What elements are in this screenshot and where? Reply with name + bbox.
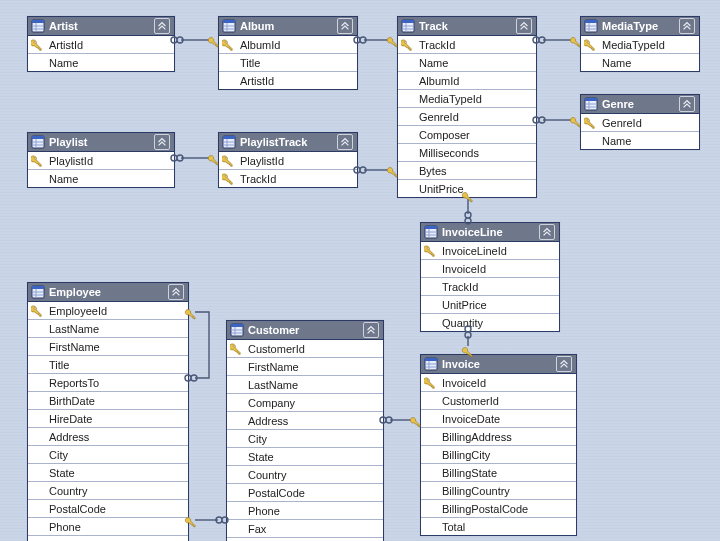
- column-postalcode[interactable]: PostalCode: [28, 499, 188, 517]
- column-genreid[interactable]: GenreId: [581, 114, 699, 131]
- collapse-icon[interactable]: [168, 284, 184, 300]
- collapse-icon[interactable]: [679, 96, 695, 112]
- column-fax[interactable]: Fax: [227, 519, 383, 537]
- column-address[interactable]: Address: [227, 411, 383, 429]
- column-lastname[interactable]: LastName: [28, 319, 188, 337]
- column-reportsto[interactable]: ReportsTo: [28, 373, 188, 391]
- column-name[interactable]: Name: [398, 53, 536, 71]
- collapse-icon[interactable]: [337, 18, 353, 34]
- column-name[interactable]: Name: [581, 53, 699, 71]
- table-header[interactable]: MediaType: [581, 17, 699, 36]
- column-invoicelineid[interactable]: InvoiceLineId: [421, 242, 559, 259]
- column-name[interactable]: Name: [28, 53, 174, 71]
- column-email[interactable]: Email: [227, 537, 383, 541]
- key-slot: [401, 146, 415, 160]
- column-name[interactable]: Name: [581, 131, 699, 149]
- collapse-icon[interactable]: [363, 322, 379, 338]
- column-mediatypeid[interactable]: MediaTypeId: [398, 89, 536, 107]
- table-playlisttrack[interactable]: PlaylistTrackPlaylistIdTrackId: [218, 132, 358, 188]
- column-unitprice[interactable]: UnitPrice: [398, 179, 536, 197]
- collapse-icon[interactable]: [556, 356, 572, 372]
- collapse-icon[interactable]: [516, 18, 532, 34]
- table-artist[interactable]: ArtistArtistIdName: [27, 16, 175, 72]
- column-country[interactable]: Country: [28, 481, 188, 499]
- column-mediatypeid[interactable]: MediaTypeId: [581, 36, 699, 53]
- table-customer[interactable]: CustomerCustomerIdFirstNameLastNameCompa…: [226, 320, 384, 541]
- column-postalcode[interactable]: PostalCode: [227, 483, 383, 501]
- column-bytes[interactable]: Bytes: [398, 161, 536, 179]
- column-artistid[interactable]: ArtistId: [28, 36, 174, 53]
- column-country[interactable]: Country: [227, 465, 383, 483]
- column-name: TrackId: [240, 173, 276, 185]
- column-city[interactable]: City: [28, 445, 188, 463]
- column-trackid[interactable]: TrackId: [421, 277, 559, 295]
- column-invoiceid[interactable]: InvoiceId: [421, 374, 576, 391]
- column-employeeid[interactable]: EmployeeId: [28, 302, 188, 319]
- column-fax[interactable]: Fax: [28, 535, 188, 541]
- table-title: Artist: [49, 20, 150, 32]
- table-header[interactable]: Genre: [581, 95, 699, 114]
- column-albumid[interactable]: AlbumId: [398, 71, 536, 89]
- column-phone[interactable]: Phone: [227, 501, 383, 519]
- column-billingcity[interactable]: BillingCity: [421, 445, 576, 463]
- column-company[interactable]: Company: [227, 393, 383, 411]
- column-genreid[interactable]: GenreId: [398, 107, 536, 125]
- column-lastname[interactable]: LastName: [227, 375, 383, 393]
- column-birthdate[interactable]: BirthDate: [28, 391, 188, 409]
- column-firstname[interactable]: FirstName: [227, 357, 383, 375]
- table-header[interactable]: Track: [398, 17, 536, 36]
- column-title[interactable]: Title: [219, 53, 357, 71]
- column-quantity[interactable]: Quantity: [421, 313, 559, 331]
- table-header[interactable]: Customer: [227, 321, 383, 340]
- table-header[interactable]: Employee: [28, 283, 188, 302]
- table-header[interactable]: InvoiceLine: [421, 223, 559, 242]
- column-composer[interactable]: Composer: [398, 125, 536, 143]
- column-hiredate[interactable]: HireDate: [28, 409, 188, 427]
- table-album[interactable]: AlbumAlbumIdTitleArtistId: [218, 16, 358, 90]
- column-billingstate[interactable]: BillingState: [421, 463, 576, 481]
- table-playlist[interactable]: PlaylistPlaylistIdName: [27, 132, 175, 188]
- table-header[interactable]: Artist: [28, 17, 174, 36]
- collapse-icon[interactable]: [539, 224, 555, 240]
- table-mediatype[interactable]: MediaTypeMediaTypeIdName: [580, 16, 700, 72]
- column-state[interactable]: State: [227, 447, 383, 465]
- table-invoiceline[interactable]: InvoiceLineInvoiceLineIdInvoiceIdTrackId…: [420, 222, 560, 332]
- column-firstname[interactable]: FirstName: [28, 337, 188, 355]
- column-total[interactable]: Total: [421, 517, 576, 535]
- column-name: UnitPrice: [419, 183, 464, 195]
- table-header[interactable]: PlaylistTrack: [219, 133, 357, 152]
- column-unitprice[interactable]: UnitPrice: [421, 295, 559, 313]
- table-header[interactable]: Album: [219, 17, 357, 36]
- table-employee[interactable]: EmployeeEmployeeIdLastNameFirstNameTitle…: [27, 282, 189, 541]
- table-track[interactable]: TrackTrackIdNameAlbumIdMediaTypeIdGenreI…: [397, 16, 537, 198]
- collapse-icon[interactable]: [679, 18, 695, 34]
- column-phone[interactable]: Phone: [28, 517, 188, 535]
- column-city[interactable]: City: [227, 429, 383, 447]
- column-state[interactable]: State: [28, 463, 188, 481]
- column-trackid[interactable]: TrackId: [219, 169, 357, 187]
- column-milliseconds[interactable]: Milliseconds: [398, 143, 536, 161]
- column-artistid[interactable]: ArtistId: [219, 71, 357, 89]
- table-header[interactable]: Invoice: [421, 355, 576, 374]
- column-billingaddress[interactable]: BillingAddress: [421, 427, 576, 445]
- column-customerid[interactable]: CustomerId: [421, 391, 576, 409]
- collapse-icon[interactable]: [154, 134, 170, 150]
- table-genre[interactable]: GenreGenreIdName: [580, 94, 700, 150]
- collapse-icon[interactable]: [154, 18, 170, 34]
- column-playlistid[interactable]: PlaylistId: [28, 152, 174, 169]
- table-invoice[interactable]: InvoiceInvoiceIdCustomerIdInvoiceDateBil…: [420, 354, 577, 536]
- column-trackid[interactable]: TrackId: [398, 36, 536, 53]
- column-address[interactable]: Address: [28, 427, 188, 445]
- column-playlistid[interactable]: PlaylistId: [219, 152, 357, 169]
- key-slot: [31, 322, 45, 336]
- column-invoiceid[interactable]: InvoiceId: [421, 259, 559, 277]
- column-customerid[interactable]: CustomerId: [227, 340, 383, 357]
- column-invoicedate[interactable]: InvoiceDate: [421, 409, 576, 427]
- column-name[interactable]: Name: [28, 169, 174, 187]
- collapse-icon[interactable]: [337, 134, 353, 150]
- column-title[interactable]: Title: [28, 355, 188, 373]
- column-albumid[interactable]: AlbumId: [219, 36, 357, 53]
- column-billingpostalcode[interactable]: BillingPostalCode: [421, 499, 576, 517]
- column-billingcountry[interactable]: BillingCountry: [421, 481, 576, 499]
- table-header[interactable]: Playlist: [28, 133, 174, 152]
